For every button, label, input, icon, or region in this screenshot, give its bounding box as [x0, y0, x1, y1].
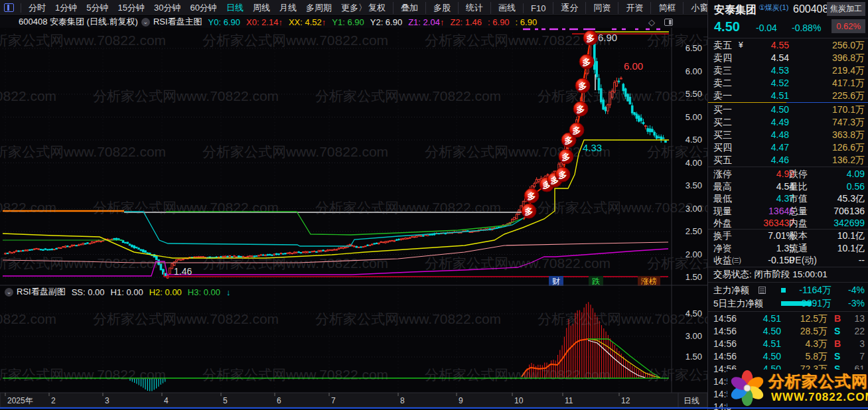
- svg-text:分析家公式网www.70822.com: 分析家公式网www.70822.com: [0, 144, 166, 159]
- trading-status: 交易状态: 闭市阶段 15:00:01: [713, 269, 828, 281]
- collapse-subchart-icon[interactable]: ⌄: [5, 288, 13, 297]
- tool-item-0[interactable]: 复权: [361, 2, 393, 14]
- svg-text:分析家公式网www.70822.com: 分析家公式网www.70822.com: [0, 367, 166, 382]
- indicator-field-5: Z1: 2.04↑: [408, 17, 444, 27]
- svg-text:分析家公式网www.70822.com: 分析家公式网www.70822.com: [202, 33, 388, 48]
- tool-item-2[interactable]: 多股: [425, 2, 458, 14]
- sub-indicator-field-0: SS: 0.00: [72, 287, 105, 297]
- buy-level-1[interactable]: 买一4.50170.1万: [708, 103, 868, 116]
- period-item-9[interactable]: 多周期: [301, 2, 336, 14]
- svg-text:多: 多: [577, 104, 585, 114]
- period-item-5[interactable]: 60分钟: [185, 2, 221, 14]
- flower-logo-icon: [729, 370, 767, 407]
- money-flow-row-0[interactable]: 主力净额-1164万-4%: [708, 284, 868, 297]
- price-change-pct: -0.88%: [792, 23, 821, 33]
- svg-text:3.00: 3.00: [686, 204, 702, 214]
- level-label: 买四: [713, 142, 732, 154]
- sell-level-1[interactable]: 卖一4.51225.6万: [708, 90, 868, 102]
- money-flow-row-1[interactable]: 5日主力净额-9091万-3%: [708, 297, 868, 310]
- level-label: 买三: [713, 129, 732, 141]
- buy-level-3[interactable]: 买三4.48363.8万: [708, 129, 868, 141]
- stat-value: 45.3亿: [837, 193, 865, 205]
- tool-item-5[interactable]: F10: [523, 3, 553, 13]
- buy-level-2[interactable]: 买二4.49747.3万: [708, 116, 868, 129]
- period-item-6[interactable]: 日线: [222, 2, 248, 14]
- axis-month-label-10: 11: [565, 396, 573, 405]
- sub-indicator-field-1: H1: 0.00: [111, 287, 143, 297]
- tick-count: 3: [859, 338, 865, 349]
- sub-indicator-values: SS: 0.00H1: 0.00H2: 0.00H3: 0.00↓: [66, 287, 231, 297]
- window-bottom-border: [0, 407, 868, 409]
- svg-text:4.00: 4.00: [686, 158, 702, 168]
- stock-name[interactable]: 安泰集团: [714, 3, 757, 17]
- indicator-field-0: Y0: 6.90: [208, 17, 240, 27]
- quote-panel: 安泰集团 ①煤炭(1) 600408 焦炭加工 4.50 -0.04 -0.88…: [707, 0, 868, 410]
- level-price: 4.53: [771, 65, 789, 76]
- svg-text:5.50: 5.50: [686, 89, 702, 99]
- tool-item-3[interactable]: 统计: [458, 2, 490, 14]
- svg-text:分析家公式网www.70822.com: 分析家公式网www.70822.com: [315, 200, 501, 215]
- tool-item-9[interactable]: 简框: [650, 2, 683, 14]
- sub-indicator-name[interactable]: RSI看盘副图: [17, 286, 66, 298]
- flow-bar: [781, 288, 786, 293]
- svg-text:1.50: 1.50: [686, 352, 702, 362]
- industry-badge[interactable]: 焦炭加工: [827, 2, 865, 16]
- tick-amount: 4.3万: [806, 338, 828, 350]
- sell-level-4[interactable]: 卖四4.54396.8万: [708, 52, 868, 64]
- stat-label: 外盘: [713, 218, 732, 230]
- buy-level-4[interactable]: 买四4.47126.6万: [708, 141, 868, 154]
- period-item-0[interactable]: 分时: [24, 2, 50, 14]
- period-item-4[interactable]: 30分钟: [149, 2, 185, 14]
- svg-text:分析家公式网www.70822.com: 分析家公式网www.70822.com: [425, 255, 611, 271]
- sell-level-3[interactable]: 卖三4.53219.4万: [708, 64, 868, 77]
- price-annotation: 1.46: [174, 266, 192, 277]
- period-item-2[interactable]: 5分钟: [82, 2, 113, 14]
- period-item-1[interactable]: 1分钟: [50, 2, 82, 14]
- level-label: 卖一: [713, 90, 732, 102]
- up-arrow-icon: ↑: [440, 17, 445, 27]
- indicator-field-6: Z2: 1.46: [450, 17, 482, 27]
- main-indicator-name[interactable]: RSI看盘主图: [153, 16, 202, 28]
- level-volume: 747.3万: [832, 117, 865, 129]
- tick-amount: 12.5万: [800, 313, 828, 325]
- period-item-3[interactable]: 15分钟: [113, 2, 149, 14]
- svg-text:分析家公式网www.70822.com: 分析家公式网www.70822.com: [0, 33, 166, 48]
- stat-row-7: 收益㈢-0.150PE(动)--: [708, 254, 868, 267]
- sell-level-5[interactable]: 卖五¥4.55256.0万: [708, 39, 868, 52]
- price-annotation: 6.90: [598, 32, 617, 43]
- period-axis-label[interactable]: 日线: [684, 396, 699, 405]
- tool-item-8[interactable]: 开资: [618, 2, 650, 14]
- period-item-7[interactable]: 周线: [248, 2, 275, 14]
- window-split-icon[interactable]: [4, 3, 14, 12]
- diamond-marker-icon[interactable]: ◇: [648, 17, 655, 27]
- svg-text:1.50: 1.50: [686, 272, 702, 282]
- level-volume: 225.6万: [832, 90, 865, 102]
- stat-label: PE(动): [789, 255, 817, 267]
- main-chart-canvas[interactable]: 分析家公式网www.70822.com分析家公式网www.70822.com分析…: [0, 0, 707, 410]
- tick-amount: 28.5万: [800, 326, 828, 338]
- tool-item-7[interactable]: 同资: [585, 2, 618, 14]
- sector-tag[interactable]: ①煤炭(1): [759, 3, 788, 13]
- level-price: 4.55: [771, 40, 789, 50]
- indicator-field-8: : 6.90: [516, 17, 538, 27]
- buy-level-5[interactable]: 买五4.46136.2万: [708, 154, 868, 167]
- svg-text:多: 多: [573, 125, 581, 135]
- tool-item-1[interactable]: 叠加: [393, 2, 425, 14]
- svg-text:分析家公式网www.70822.com: 分析家公式网www.70822.com: [202, 367, 388, 382]
- tool-item-6[interactable]: 逐分: [553, 2, 585, 14]
- svg-text:多: 多: [579, 81, 587, 91]
- tool-item-4[interactable]: 画线: [490, 2, 523, 14]
- svg-text:分析家公式网www.70822.com: 分析家公式网www.70822.com: [315, 88, 501, 103]
- up-arrow-icon: ↑: [322, 17, 326, 27]
- panel-layout-icon[interactable]: [664, 19, 673, 26]
- level-volume: 256.0万: [832, 40, 865, 52]
- period-item-8[interactable]: 月线: [275, 2, 301, 14]
- tick-side: S: [834, 351, 840, 362]
- list-icon[interactable]: [759, 287, 766, 294]
- axis-month-label-5: 6: [277, 396, 281, 405]
- flow-label: 5日主力净额: [713, 298, 763, 310]
- sell-level-2[interactable]: 卖二4.52417.1万: [708, 77, 868, 90]
- svg-text:分析家公式网www.70822.com: 分析家公式网www.70822.com: [425, 33, 611, 48]
- tick-count: 22: [854, 326, 865, 336]
- collapse-indicator-icon[interactable]: ⌄: [141, 18, 150, 27]
